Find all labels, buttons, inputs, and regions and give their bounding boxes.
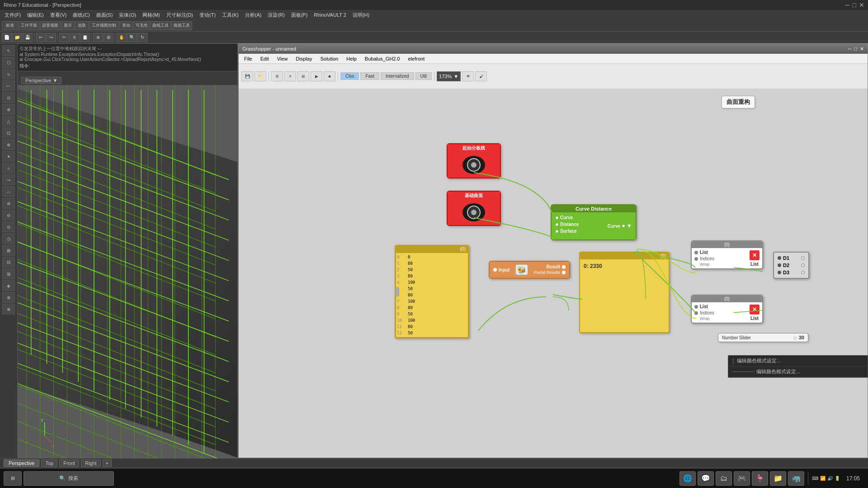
lt-btn14[interactable]: ⊛ (2, 198, 15, 209)
tb-zoom[interactable]: 🔍 (127, 33, 137, 42)
gh-tb-stop[interactable]: ■ (324, 71, 335, 81)
lt-btn11[interactable]: ⟐ (2, 163, 15, 174)
gh-close[interactable]: ✕ (860, 46, 864, 52)
menu-help[interactable]: 说明(H) (350, 11, 372, 19)
gh-tb-run[interactable]: ▶ (311, 71, 322, 81)
tb-pan[interactable]: ✋ (117, 33, 127, 42)
menu-tools[interactable]: 工具(K) (219, 11, 241, 19)
tray-app5[interactable]: 🦩 (752, 471, 768, 486)
tb-curvetools[interactable]: 曲线工具 (150, 21, 171, 30)
bottom-tab-top[interactable]: Top (41, 460, 57, 467)
gh-menu-display[interactable]: Display (292, 55, 316, 62)
list-indices-wrap-1-node[interactable]: (0) List Indices Wrap (691, 240, 763, 269)
gh-tb-open[interactable]: 📁 (255, 71, 266, 81)
gh-menu-elefront[interactable]: elefront (405, 55, 429, 62)
list-indices-wrap-2-node[interactable]: (0) List Indices Wrap (691, 295, 763, 324)
viewport-3d-canvas[interactable]: x y z (18, 85, 237, 468)
tray-app6[interactable]: 📁 (770, 471, 786, 486)
menu-solid[interactable]: 实体(O) (116, 11, 139, 19)
menu-rhinovault[interactable]: RhinoVAULT 2 (311, 11, 349, 19)
tb-setview[interactable]: 设置视图 (40, 21, 61, 30)
gh-canvas[interactable]: 曲面重构 起始分板线 基础曲面 (239, 89, 868, 458)
gh-tb-paint[interactable]: 🖌 (475, 71, 487, 81)
menu-view[interactable]: 查看(V) (47, 11, 70, 19)
gh-window-controls[interactable]: ─ □ ✕ (848, 46, 864, 52)
gh-mode-intern[interactable]: Internalized (381, 72, 414, 80)
start-button[interactable]: ⊞ (4, 471, 22, 486)
lt-btn2[interactable]: ⬡ (2, 57, 15, 68)
menu-analyze[interactable]: 分析(A) (242, 11, 264, 19)
tb-workplane[interactable]: 工作平面 (19, 21, 39, 30)
tb-display[interactable]: 显示 (61, 21, 75, 30)
gh-minimize[interactable]: ─ (848, 46, 852, 52)
yellow-output-panel[interactable]: (0) 0: 2330 (579, 252, 670, 333)
menu-file[interactable]: 文件(F) (2, 11, 24, 19)
tb-undo[interactable]: ↩ (36, 33, 46, 42)
start-curve-node[interactable]: 起始分板线 (447, 143, 501, 178)
lt-btn8[interactable]: ⊡ (2, 127, 15, 138)
menu-transform[interactable]: 变动(T) (197, 11, 218, 19)
lt-btn9[interactable]: ⊗ (2, 139, 15, 150)
gh-maximize[interactable]: □ (854, 46, 857, 52)
maximize-icon[interactable]: □ (853, 1, 856, 9)
lt-btn6[interactable]: ⊕ (2, 104, 15, 115)
input-result-node[interactable]: Input 🐝 Result Partial Results (489, 261, 570, 279)
curve-distance-node[interactable]: Curve Distance Curve Distance (551, 204, 637, 240)
gh-menu-file[interactable]: File (241, 55, 256, 62)
viewport[interactable]: 引发异常的上一位置中堆栈跟踪的末尾 --- at System.Runtime.… (17, 43, 238, 468)
close-icon[interactable]: ✕ (859, 1, 864, 9)
lt-btn22[interactable]: ⊕ (2, 292, 15, 303)
tb-redo[interactable]: ↪ (46, 33, 56, 42)
lt-btn21[interactable]: ◈ (2, 280, 15, 291)
lt-btn17[interactable]: ◷ (2, 233, 15, 244)
base-surface-node[interactable]: 基础曲面 (447, 191, 501, 226)
bottom-tab-front[interactable]: Front (59, 460, 79, 467)
lt-btn23[interactable]: ⊗ (2, 304, 15, 314)
zoom-select[interactable]: 173% ▼ (437, 71, 461, 81)
tray-app2[interactable]: 💬 (698, 471, 714, 486)
tray-app7[interactable]: 🦏 (788, 471, 804, 486)
tb-select[interactable]: 选取 (75, 21, 89, 30)
tray-app3[interactable]: 🗂 (716, 471, 732, 486)
menu-dim[interactable]: 尺寸标注(D) (164, 11, 196, 19)
bottom-tab-add[interactable]: + (103, 460, 112, 467)
panel-data-node[interactable]: (0) 00 180 250 380 4100 550 680 7100 880… (395, 245, 469, 338)
tb-surftools[interactable]: 曲面工具 (171, 21, 192, 30)
menu-mesh[interactable]: 网格(M) (140, 11, 163, 19)
minimize-icon[interactable]: ─ (845, 1, 850, 9)
tb-transform[interactable]: 变动 (119, 21, 133, 30)
search-button[interactable]: 🔍 搜索 (24, 471, 114, 486)
lt-btn20[interactable]: ⊞ (2, 268, 15, 279)
menu-panel[interactable]: 面板(P) (288, 11, 311, 19)
lt-btn4[interactable]: ⟜ (2, 80, 15, 91)
viewport-top-label[interactable]: Perspective ▼ (18, 75, 238, 85)
tb-copy[interactable]: ⎘ (70, 33, 80, 42)
menu-edit[interactable]: 编辑(E) (24, 11, 47, 19)
tb-cut[interactable]: ✂ (59, 33, 69, 42)
lt-btn18[interactable]: ⊠ (2, 245, 15, 256)
gh-tb-save[interactable]: 💾 (241, 71, 253, 81)
tb-open[interactable]: 📁 (12, 33, 22, 42)
gh-menu-view[interactable]: View (274, 55, 292, 62)
slider-value-area[interactable]: ◇ 30 (793, 335, 804, 340)
gh-menu-solution[interactable]: Solution (316, 55, 342, 62)
gh-mode-util[interactable]: Util (415, 72, 432, 80)
menu-render[interactable]: 渲染(R) (265, 11, 287, 19)
lt-btn10[interactable]: ✦ (2, 151, 15, 162)
lt-btn1[interactable]: ↖ (2, 45, 15, 56)
bottom-tab-right[interactable]: Right (81, 460, 101, 467)
window-controls[interactable]: ─ □ ✕ (845, 1, 864, 9)
tb-save[interactable]: 💾 (23, 33, 33, 42)
gh-tb-zoom-fit[interactable]: ⊞ (297, 71, 309, 81)
gh-tb-grid[interactable]: # (284, 71, 296, 81)
volume-icon[interactable]: 🔊 (827, 476, 833, 481)
tb-viewcontrol[interactable]: 工作视图控制 (89, 21, 119, 30)
tb-visible[interactable]: 可见性 (133, 21, 150, 30)
keyboard-icon[interactable]: ⌨ (812, 476, 818, 481)
tb-grid[interactable]: ⊞ (104, 33, 113, 42)
lt-btn5[interactable]: ⊙ (2, 92, 15, 103)
viewport-name-label[interactable]: Perspective ▼ (21, 77, 61, 84)
d1d2d3-node[interactable]: D1 D2 D3 (773, 252, 809, 279)
bottom-tab-perspective[interactable]: Perspective (4, 460, 39, 467)
lt-btn19[interactable]: ⊟ (2, 257, 15, 267)
